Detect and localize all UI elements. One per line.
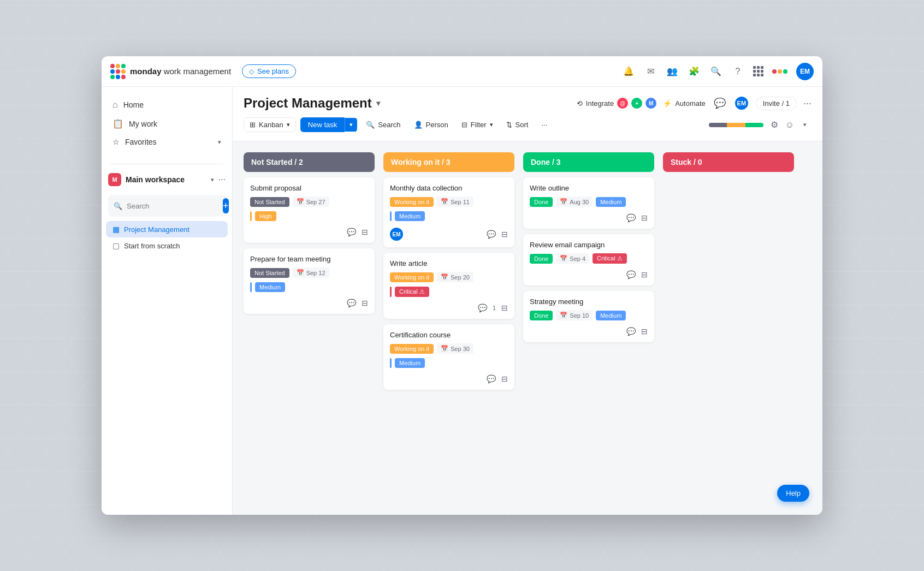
person-toolbar-button[interactable]: 👤 Person <box>410 118 453 132</box>
card-certification[interactable]: Certification course Working on it 📅 Sep… <box>383 324 514 390</box>
search-input[interactable] <box>127 202 218 210</box>
board-more-icon[interactable]: ··· <box>803 98 812 109</box>
automate-button[interactable]: ⚡ Automate <box>663 99 706 108</box>
user-avatar[interactable]: EM <box>796 63 814 80</box>
board-title-text: Project Management <box>244 96 372 111</box>
inbox-icon[interactable]: ✉ <box>644 65 657 78</box>
column-header-done: Done / 3 <box>523 152 654 172</box>
subtask-icon[interactable]: ⊟ <box>641 213 648 222</box>
view-chevron-icon: ▾ <box>287 121 290 128</box>
priority-badge: Medium <box>395 358 425 368</box>
sidebar-item-project-management[interactable]: ▦ Project Management <box>106 221 228 237</box>
column-working-on-it: Working on it / 3 Monthly data collectio… <box>383 152 514 390</box>
card-team-meeting[interactable]: Prepare for team meeting Not Started 📅 S… <box>244 248 375 314</box>
settings-chevron-icon[interactable]: ▾ <box>798 118 812 132</box>
scratch-icon: ▢ <box>112 241 120 250</box>
more-toolbar-button[interactable]: ··· <box>537 118 552 132</box>
workspace-name: Main workspace <box>126 175 206 184</box>
settings-gear-icon[interactable]: ⚙ <box>768 118 781 132</box>
card-monthly-data[interactable]: Monthly data collection Working on it 📅 … <box>383 177 514 247</box>
card-email-campaign[interactable]: Review email campaign Done 📅 Sep 4 Criti… <box>523 234 654 286</box>
top-nav: monday work management See plans 🔔 ✉ 👥 🧩… <box>102 56 822 87</box>
workspace-more-icon[interactable]: ··· <box>218 175 226 185</box>
card-write-article[interactable]: Write article Working on it 📅 Sep 20 Cri… <box>383 253 514 319</box>
priority-row: Medium <box>390 211 508 221</box>
comment-icon[interactable]: 💬 <box>626 213 636 222</box>
card-bottom: 💬 ⊟ <box>390 374 508 383</box>
card-strategy-meeting[interactable]: Strategy meeting Done 📅 Sep 10 Medium 💬 … <box>523 291 654 342</box>
title-chevron-icon: ▾ <box>376 99 380 108</box>
integrate-button[interactable]: ⟲ Integrate @ + M <box>577 98 656 109</box>
new-task-button[interactable]: New task <box>300 117 345 132</box>
comment-icon[interactable]: 💬 <box>626 327 636 336</box>
card-bottom: 💬 ⊟ <box>530 327 648 336</box>
search-toolbar-button[interactable]: 🔍 Search <box>362 118 405 132</box>
subtask-icon[interactable]: ⊟ <box>362 228 368 236</box>
comment-icon[interactable]: 💬 <box>478 304 487 312</box>
smiley-icon[interactable]: ☺ <box>783 118 796 132</box>
people-icon[interactable]: 👥 <box>666 65 679 78</box>
subtask-icon[interactable]: ⊟ <box>501 230 508 239</box>
global-search-icon[interactable]: 🔍 <box>709 65 722 78</box>
subtask-icon[interactable]: ⊟ <box>641 327 648 336</box>
help-icon[interactable]: ? <box>731 65 744 78</box>
card-write-outline[interactable]: Write outline Done 📅 Aug 30 Medium 💬 ⊟ <box>523 177 654 229</box>
toolbar-settings: ⚙ ☺ ▾ <box>768 118 812 132</box>
sidebar-item-favorites[interactable]: ☆ Favorites ▾ <box>106 133 228 151</box>
status-badge: Working on it <box>390 197 434 207</box>
add-board-button[interactable]: + <box>223 198 229 213</box>
card-submit-proposal[interactable]: Submit proposal Not Started 📅 Sep 27 Hig… <box>244 177 375 243</box>
filter-label: Filter <box>471 121 487 129</box>
invite-button[interactable]: Invite / 1 <box>756 97 797 110</box>
comment-icon[interactable]: 💬 <box>347 228 356 236</box>
card-title: Write outline <box>530 184 648 192</box>
status-badge: Not Started <box>250 268 289 278</box>
workspace-chevron-icon[interactable]: ▾ <box>211 176 214 183</box>
automate-label: Automate <box>675 99 706 108</box>
comment-icon[interactable]: 💬 <box>626 270 636 279</box>
sort-toolbar-button[interactable]: ⇅ Sort <box>502 118 533 132</box>
sidebar-item-home[interactable]: ⌂ Home <box>106 96 228 114</box>
subtask-icon[interactable]: ⊟ <box>501 374 508 383</box>
column-not-started: Not Started / 2 Submit proposal Not Star… <box>244 152 375 314</box>
board-chat-icon[interactable]: 💬 <box>712 96 727 111</box>
color-seg-not-started <box>709 123 727 127</box>
comment-icon[interactable]: 💬 <box>487 230 496 239</box>
subtask-icon[interactable]: ⊟ <box>641 270 648 279</box>
comment-icon[interactable]: 💬 <box>487 374 496 383</box>
workspace-header: M Main workspace ▾ ··· <box>102 169 232 191</box>
kanban-board: Not Started / 2 Submit proposal Not Star… <box>233 141 822 515</box>
sidebar-item-mywork[interactable]: 📋 My work <box>106 114 228 133</box>
comment-icon[interactable]: 💬 <box>347 299 356 307</box>
status-color-bar <box>709 123 763 127</box>
sidebar-item-start-from-scratch[interactable]: ▢ Start from scratch <box>106 237 228 254</box>
scratch-item-label: Start from scratch <box>124 242 180 250</box>
notifications-icon[interactable]: 🔔 <box>622 65 635 78</box>
subtask-icon[interactable]: ⊟ <box>501 304 508 312</box>
star-icon: ☆ <box>112 138 120 146</box>
int-icon-3: M <box>645 98 656 109</box>
board-icon: ▦ <box>112 225 120 234</box>
monday-color-logo <box>772 69 787 74</box>
filter-toolbar-button[interactable]: ⊟ Filter ▾ <box>457 118 497 132</box>
new-task-dropdown-button[interactable]: ▾ <box>345 118 357 132</box>
subtask-icon[interactable]: ⊟ <box>362 299 368 307</box>
board-title[interactable]: Project Management ▾ <box>244 96 380 111</box>
comment-count: 1 <box>493 305 496 311</box>
apps-icon[interactable]: 🧩 <box>688 65 701 78</box>
int-icon-1: @ <box>617 98 628 109</box>
see-plans-button[interactable]: See plans <box>242 64 296 78</box>
grid-icon[interactable] <box>753 66 763 76</box>
search-toolbar-label: Search <box>378 121 400 129</box>
help-button[interactable]: Help <box>777 485 809 502</box>
sidebar-search-container: 🔍 + <box>108 195 226 217</box>
top-nav-right: 🔔 ✉ 👥 🧩 🔍 ? EM <box>622 63 814 80</box>
filter-chevron-icon: ▾ <box>490 121 493 128</box>
card-bottom: 💬 ⊟ <box>250 299 368 307</box>
column-done: Done / 3 Write outline Done 📅 Aug 30 Med… <box>523 152 654 342</box>
view-kanban-button[interactable]: ⊞ Kanban ▾ <box>244 117 296 132</box>
view-label: Kanban <box>259 121 283 129</box>
card-title: Write article <box>390 259 508 267</box>
priority-badge: Critical ⚠ <box>395 287 429 297</box>
card-bottom: 💬 ⊟ <box>250 228 368 236</box>
